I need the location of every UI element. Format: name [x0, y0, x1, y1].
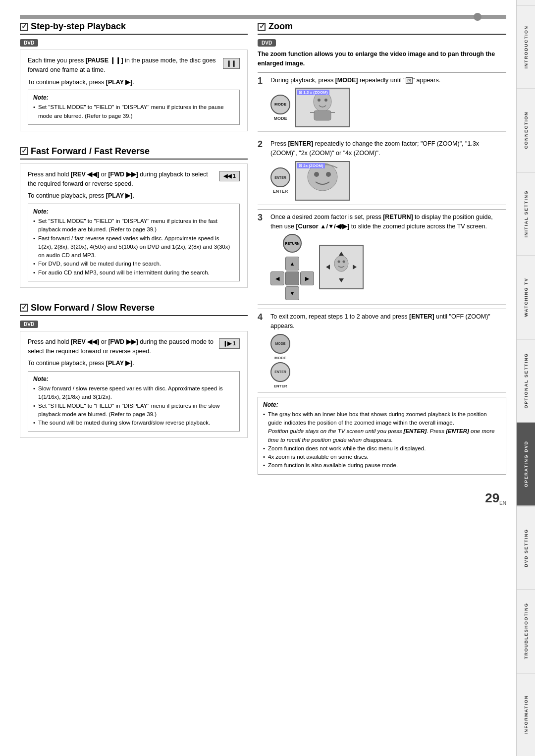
stepbystep-description: Each time you press [PAUSE ❙❙] in the pa…: [28, 56, 218, 75]
sidebar-introduction: INTRODUCTION: [517, 5, 535, 88]
content-area: Step-by-step Playback DVD Each time you …: [0, 0, 516, 756]
fastforward-block: Press and hold [REV ◀◀] or [FWD ▶▶] duri…: [20, 163, 248, 288]
svg-point-2: [324, 99, 327, 102]
slowforward-note-list: Slow forward / slow reverse speed varies…: [33, 384, 234, 427]
fastforward-section: Fast Forward / Fast Reverse Press and ho…: [20, 146, 248, 292]
svg-point-10: [338, 261, 340, 263]
zoom-step2-imgs: ENTER ENTER ⊡ 2x (ZOOM): [270, 161, 506, 201]
zoom-checkbox-icon: [258, 23, 266, 31]
step4-mode-label: MODE: [274, 356, 286, 360]
enter-btn-label: ENTER: [273, 189, 288, 194]
right-column: Zoom DVD The zoom function allows you to…: [258, 21, 506, 746]
top-bar-circle: [474, 13, 482, 21]
svg-point-9: [334, 256, 348, 271]
sidebar-connection: CONNECTION: [517, 88, 535, 171]
step4-mode-btn: MODE: [270, 334, 290, 354]
zoom-note-4: Zoom function is also available during p…: [263, 461, 501, 470]
enter-btn-img: ENTER: [270, 167, 290, 187]
svg-marker-12: [339, 252, 344, 256]
zoom-step1-character: [305, 92, 340, 124]
fastforward-note-2: Fast forward / fast reverse speed varies…: [33, 234, 234, 260]
fastforward-continue: To continue playback, press [PLAY ▶].: [28, 191, 240, 201]
stepbystep-block: Each time you press [PAUSE ❙❙] in the pa…: [20, 50, 248, 131]
zoom-step1-imgs: MODE MODE ⊡ 1.3 x (ZOOM): [270, 88, 506, 127]
slowforward-block: Press and hold [REV ◀◀] or [FWD ▶▶] duri…: [20, 331, 248, 438]
fastforward-title: Fast Forward / Fast Reverse: [20, 146, 248, 160]
zoom-rule-1: [258, 72, 506, 73]
zoom-step3-imgs: RETURN ▲ ◀: [270, 234, 506, 300]
dpad-left: ◀: [270, 271, 284, 285]
zoom-step1-text: During playback, press [MODE] repeatedly…: [270, 76, 506, 85]
svg-point-11: [343, 261, 345, 263]
dpad-up: ▲: [285, 257, 299, 270]
fastforward-note: Note: Set "STILL MODE" to "FIELD" in "DI…: [28, 204, 240, 281]
zoom-enter-button: ENTER ENTER: [270, 167, 290, 194]
zoom-return-dpad: RETURN ▲ ◀: [270, 234, 314, 300]
stepbystep-section: Step-by-step Playback DVD Each time you …: [20, 21, 248, 135]
slowforward-section: Slow Forward / Slow Reverse DVD Press an…: [20, 303, 248, 442]
stepbystep-continue: To continue playback, press [PLAY ▶].: [28, 78, 240, 87]
zoom-step4-text: To exit zoom, repeat steps 1 to 2 above …: [270, 312, 506, 331]
stepbystep-note-list: Set "STILL MODE" to "FIELD" in "DISPLAY"…: [33, 103, 234, 120]
dpad-tr: [300, 257, 314, 270]
zoom-step4-num: 4: [258, 312, 267, 323]
zoom-step1-content: During playback, press [MODE] repeatedly…: [270, 76, 506, 128]
sidebar-optional-setting: OPTIONAL SETTING: [517, 339, 535, 422]
fastforward-note-1: Set "STILL MODE" to "FIELD" in "DISPLAY"…: [33, 217, 234, 234]
slowforward-title-text: Slow Forward / Slow Reverse: [31, 303, 155, 313]
zoom-step4-imgs: MODE MODE ENTER ENTER: [270, 334, 506, 388]
zoom-title-text: Zoom: [268, 21, 293, 32]
zoom-2x-indicator: ⊡ 2x (ZOOM): [297, 163, 325, 168]
stepbystep-note: Note: Set "STILL MODE" to "FIELD" in "DI…: [28, 90, 240, 125]
zoom-step4-buttons: MODE MODE ENTER ENTER: [270, 334, 290, 388]
mode-btn-label: MODE: [274, 116, 287, 121]
step4-enter-btn: ENTER: [270, 362, 290, 382]
slowforward-note-title: Note:: [33, 376, 234, 382]
zoom-note-1: The gray box with an inner blue box that…: [263, 410, 501, 444]
zoom-dvd-badge: DVD: [258, 39, 276, 47]
zoom-note: Note: The gray box with an inner blue bo…: [258, 397, 506, 475]
slowforward-title: Slow Forward / Slow Reverse: [20, 303, 248, 316]
sidebar-operating-dvd: OPERATING DVD: [517, 422, 535, 505]
stepbystep-checkbox-icon: [20, 23, 28, 31]
dpad-right: ▶: [300, 271, 314, 285]
fastforward-speed-indicator: ◀◀ 1: [219, 171, 240, 181]
zoom-step1-num: 1: [258, 76, 267, 86]
fastforward-title-text: Fast Forward / Fast Reverse: [31, 146, 150, 157]
pan-illustration: [319, 245, 364, 289]
stepbystep-dvd-badge: DVD: [20, 39, 38, 47]
sidebar-information: INFORMATION: [517, 673, 535, 756]
slowforward-dvd-badge: DVD: [20, 321, 38, 328]
page-number: 29: [485, 490, 499, 506]
zoom-step2-content: Press [ENTER] repeatedly to change the z…: [270, 139, 506, 201]
stepbystep-title: Step-by-step Playback: [20, 21, 248, 35]
zoom-step2-text: Press [ENTER] repeatedly to change the z…: [270, 139, 506, 158]
zoom-step-4: 4 To exit zoom, repeat steps 1 to 2 abov…: [258, 312, 506, 393]
slowforward-note-1: Slow forward / slow reverse speed varies…: [33, 384, 234, 402]
zoom-rule-2: [258, 136, 506, 136]
zoom-step2-screen: ⊡ 2x (ZOOM): [295, 161, 350, 201]
zoom-step1-screen: ⊡ 1.3 x (ZOOM): [295, 88, 350, 127]
dpad-bl: [270, 286, 284, 300]
dpad-wrapper: ▲ ◀ ▶ ▼: [270, 257, 314, 300]
svg-rect-3: [314, 110, 331, 120]
zoom-note-list: The gray box with an inner blue box that…: [263, 410, 501, 470]
zoom-step-1: 1 During playback, press [MODE] repeated…: [258, 76, 506, 132]
dpad-br: [300, 286, 314, 300]
fastforward-description: Press and hold [REV ◀◀] or [FWD ▶▶] duri…: [28, 170, 214, 189]
fastforward-note-title: Note:: [33, 208, 234, 215]
sidebar-dvd-setting: DVD SETTING: [517, 506, 535, 589]
zoom-note-2: Zoom function does not work while the di…: [263, 444, 501, 453]
slowforward-description: Press and hold [REV ◀◀] or [FWD ▶▶] duri…: [28, 337, 214, 356]
stepbystep-note-item-1: Set "STILL MODE" to "FIELD" in "DISPLAY"…: [33, 103, 234, 120]
slowforward-note-3: The sound will be muted during slow forw…: [33, 419, 234, 427]
zoom-step-2: 2 Press [ENTER] repeatedly to change the…: [258, 139, 506, 205]
dpad-down: ▼: [285, 286, 299, 300]
zoom-step3-content: Once a desired zoom factor is set, press…: [270, 213, 506, 301]
dpad-center: [285, 271, 299, 285]
dpad-tl: [270, 257, 284, 270]
slowforward-checkbox-icon: [20, 304, 28, 312]
sidebar-initial-setting: INITIAL SETTING: [517, 172, 535, 255]
mode-btn-img: MODE: [270, 95, 290, 114]
dpad: ▲ ◀ ▶ ▼: [270, 257, 314, 300]
